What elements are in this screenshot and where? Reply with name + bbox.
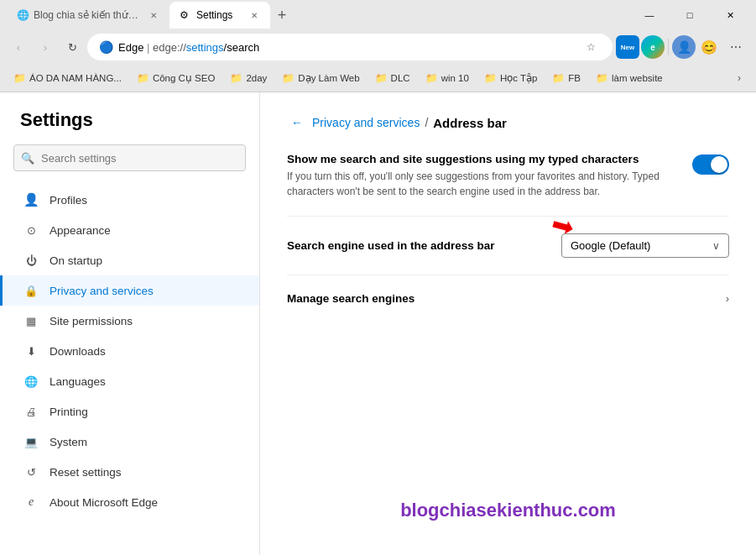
profiles-label: Profiles (50, 194, 87, 207)
search-engine-row: Search engine used in the address bar Go… (287, 233, 729, 275)
back-button[interactable]: ‹ (7, 35, 30, 59)
suggestions-label: Show me search and site suggestions usin… (287, 153, 690, 165)
bookmark-label-8: FB (568, 73, 581, 83)
bookmark-folder-icon-9: 📁 (596, 72, 608, 84)
sidebar: Settings 🔍 👤 Profiles ⊙ Appearance ⏻ On … (0, 92, 260, 555)
about-label: About Microsoft Edge (50, 496, 158, 509)
manage-engines-arrow-icon: › (726, 292, 729, 305)
address-display: Edge | edge://settings/search (118, 41, 576, 54)
browser-window: 🌐 Blog chia sẻ kiến thức - Thủ thu... ✕ … (0, 0, 756, 555)
search-settings-input[interactable] (13, 144, 246, 171)
breadcrumb-separator: / (425, 116, 428, 129)
bookmark-2[interactable]: 📁 Công Cụ SEO (130, 71, 222, 86)
new-tab-button[interactable]: + (270, 3, 294, 27)
bookmark-folder-icon-2: 📁 (137, 72, 149, 84)
content-area: ← Privacy and services / Address bar Sho… (260, 92, 756, 555)
close-button[interactable]: ✕ (711, 2, 749, 29)
main-content: Settings 🔍 👤 Profiles ⊙ Appearance ⏻ On … (0, 92, 756, 555)
profiles-icon: 👤 (23, 191, 39, 208)
watermark: blogchiasekienthuc.com (400, 500, 616, 521)
manage-engines-label: Manage search engines (287, 292, 414, 305)
address-star[interactable]: ☆ (581, 37, 601, 57)
dropdown-value: Google (Default) (571, 239, 650, 252)
address-bar: ‹ › ↻ 🔵 Edge | edge://settings/search ☆ … (0, 30, 756, 64)
tab-favicon-1: 🌐 (17, 9, 29, 21)
edge-new-badge[interactable]: New (616, 35, 639, 59)
sidebar-item-site-permissions[interactable]: ▦ Site permissions (0, 306, 259, 336)
maximize-button[interactable]: □ (670, 2, 709, 29)
bookmarks-more-button[interactable]: › (729, 68, 749, 88)
sidebar-item-appearance[interactable]: ⊙ Appearance (0, 215, 259, 245)
on-startup-label: On startup (50, 254, 102, 267)
manage-engines-row[interactable]: Manage search engines › (287, 292, 729, 318)
search-engine-label: Search engine used in the address bar (287, 239, 495, 252)
printing-label: Printing (50, 406, 88, 418)
title-bar: 🌐 Blog chia sẻ kiến thức - Thủ thu... ✕ … (0, 0, 756, 30)
avatar-button[interactable]: 👤 (672, 35, 696, 59)
tab-close-1[interactable]: ✕ (148, 9, 159, 21)
bookmark-6[interactable]: 📁 win 10 (419, 71, 476, 86)
tab-title-2: Settings (196, 9, 232, 21)
bookmark-3[interactable]: 📁 2day (223, 71, 274, 86)
bookmark-label-3: 2day (246, 73, 267, 83)
bookmark-9[interactable]: 📁 làm website (589, 71, 670, 86)
suggestions-label-group: Show me search and site suggestions usin… (287, 153, 690, 199)
bookmark-label-9: làm website (612, 73, 663, 83)
settings-more-button[interactable]: ⋯ (722, 34, 749, 60)
about-icon: e (23, 494, 39, 510)
search-engine-dropdown[interactable]: Google (Default) ∨ (561, 233, 729, 258)
profile-divider (668, 39, 669, 55)
downloads-label: Downloads (50, 345, 106, 358)
sidebar-item-privacy[interactable]: 🔒 Privacy and services (0, 275, 259, 306)
site-permissions-label: Site permissions (50, 315, 133, 327)
sidebar-item-languages[interactable]: 🌐 Languages (0, 366, 259, 396)
sidebar-item-downloads[interactable]: ⬇ Downloads (0, 336, 259, 366)
appearance-icon: ⊙ (23, 222, 39, 238)
edge-favicon-address: 🔵 (99, 40, 113, 54)
bookmark-1[interactable]: 📁 ÁO DA NAM HÀNG... (7, 71, 128, 86)
bookmark-folder-icon-7: 📁 (484, 72, 497, 84)
address-scheme: edge:// (153, 41, 186, 54)
reset-label: Reset settings (50, 466, 122, 479)
sidebar-item-profiles[interactable]: 👤 Profiles (0, 185, 259, 215)
bookmark-label-7: Học Tập (500, 72, 537, 84)
bookmark-label-4: Dạy Làm Web (298, 72, 359, 84)
bookmark-8[interactable]: 📁 FB (545, 71, 587, 86)
tab-inactive[interactable]: 🌐 Blog chia sẻ kiến thức - Thủ thu... ✕ (7, 2, 169, 29)
search-icon: 🔍 (21, 152, 34, 165)
appearance-label: Appearance (50, 224, 111, 237)
on-startup-icon: ⏻ (23, 252, 39, 269)
bookmark-folder-icon-5: 📁 (375, 72, 388, 84)
reload-button[interactable]: ↻ (60, 35, 84, 59)
tab-close-2[interactable]: ✕ (248, 9, 260, 21)
bookmark-7[interactable]: 📁 Học Tập (477, 71, 544, 86)
breadcrumb-link[interactable]: Privacy and services (312, 116, 420, 129)
suggestions-toggle[interactable] (692, 154, 729, 175)
minimize-button[interactable]: — (630, 2, 669, 29)
bookmark-label-6: win 10 (441, 73, 469, 83)
system-icon: 💻 (23, 433, 39, 450)
address-label: Edge (118, 41, 143, 54)
forward-button[interactable]: › (34, 35, 57, 59)
sidebar-item-on-startup[interactable]: ⏻ On startup (0, 245, 259, 275)
bookmark-folder-icon-1: 📁 (13, 72, 26, 84)
bookmark-folder-icon-4: 📁 (282, 72, 295, 84)
bookmark-folder-icon-3: 📁 (230, 72, 242, 84)
tab-active[interactable]: ⚙ Settings ✕ (169, 2, 270, 29)
sidebar-item-about[interactable]: e About Microsoft Edge (0, 487, 259, 517)
address-field[interactable]: 🔵 Edge | edge://settings/search ☆ (87, 34, 613, 60)
sidebar-item-reset[interactable]: ↺ Reset settings (0, 457, 259, 487)
bookmark-label-1: ÁO DA NAM HÀNG... (29, 73, 122, 83)
bookmark-4[interactable]: 📁 Dạy Làm Web (275, 71, 366, 86)
emoji-button[interactable]: 😊 (697, 35, 721, 59)
breadcrumb-back-button[interactable]: ← (287, 113, 307, 133)
sidebar-item-printing[interactable]: 🖨 Printing (0, 396, 259, 427)
bookmarks-bar: 📁 ÁO DA NAM HÀNG... 📁 Công Cụ SEO 📁 2day… (0, 64, 756, 92)
privacy-icon: 🔒 (23, 282, 39, 299)
bookmark-5[interactable]: 📁 DLC (368, 71, 417, 86)
suggestions-description: If you turn this off, you'll only see su… (287, 169, 690, 199)
edge-logo-button[interactable]: e (641, 35, 665, 59)
bookmark-label-5: DLC (391, 73, 410, 83)
sidebar-item-system[interactable]: 💻 System (0, 427, 259, 457)
printing-icon: 🖨 (23, 403, 39, 420)
